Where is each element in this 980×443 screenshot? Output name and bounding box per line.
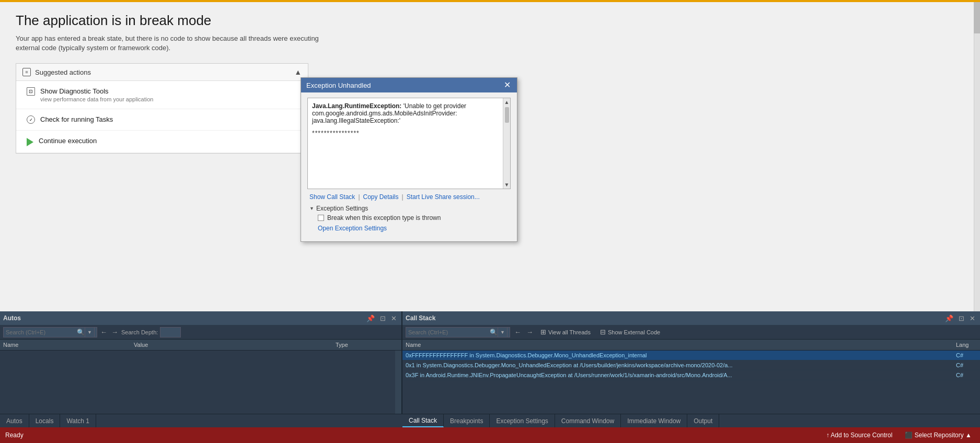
exception-dialog-header: Exception Unhandled ✕	[301, 78, 517, 92]
settings-triangle-icon: ▼	[309, 206, 314, 211]
action-label-diagnostic: Show Diagnostic Tools	[40, 87, 153, 95]
autos-panel-toolbar: 🔍 ▼ ← → Search Depth:	[0, 325, 401, 340]
call-stack-pin-button[interactable]: 📌	[943, 314, 955, 323]
exception-checkbox-label: Break when this exception type is thrown	[327, 214, 441, 222]
action-item-diagnostic-tools[interactable]: ⊡ Show Diagnostic Tools view performance…	[16, 81, 308, 109]
action-label-continue: Continue execution	[39, 137, 97, 145]
copy-details-link[interactable]: Copy Details	[363, 193, 399, 201]
exception-scrollbar[interactable]: ▲ ▼	[503, 98, 510, 189]
autos-depth-label: Search Depth:	[121, 329, 158, 335]
action-item-tasks[interactable]: ✓ Check for running Tasks	[16, 109, 308, 131]
call-stack-tab-bar: Call Stack Breakpoints Exception Setting…	[402, 414, 980, 427]
tab-watch1[interactable]: Watch 1	[60, 414, 96, 427]
collapse-suggested-actions-button[interactable]: ▲	[294, 68, 302, 76]
suggested-actions-icon: ≡	[22, 68, 31, 76]
call-stack-content: 0xFFFFFFFFFFFFFFFF in System.Diagnostics…	[402, 351, 980, 414]
view-all-threads-button[interactable]: ⊞ View all Threads	[537, 327, 594, 337]
status-right-items: ↑ Add to Source Control ⬛ Select Reposit…	[823, 430, 975, 440]
autos-search-box[interactable]: 🔍 ▼	[3, 327, 97, 337]
autos-col-name: Name	[3, 341, 134, 349]
main-scrollbar[interactable]	[974, 2, 980, 323]
action-text-diagnostic: Show Diagnostic Tools view performance d…	[40, 87, 153, 102]
exception-dialog: Exception Unhandled ✕ Java.Lang.RuntimeE…	[301, 77, 517, 242]
top-border	[0, 0, 980, 2]
tab-autos[interactable]: Autos	[0, 414, 29, 427]
call-stack-search-dropdown[interactable]: ▼	[498, 327, 508, 337]
tab-locals[interactable]: Locals	[29, 414, 61, 427]
show-call-stack-link[interactable]: Show Call Stack	[309, 193, 355, 201]
cs-tab-output[interactable]: Output	[687, 414, 719, 427]
action-text-continue: Continue execution	[39, 137, 97, 145]
scrollbar-thumb[interactable]	[974, 2, 980, 33]
cs-row-lang-0: C#	[956, 352, 977, 358]
exception-stars: ****************	[312, 130, 498, 137]
start-live-share-link[interactable]: Start Live Share session...	[407, 193, 480, 201]
exception-dialog-title: Exception Unhandled	[306, 81, 371, 89]
call-stack-toolbar: 🔍 ▼ ← → ⊞ View all Threads ⊟ Show Extern…	[402, 325, 980, 340]
call-stack-search-box[interactable]: 🔍 ▼	[406, 327, 510, 337]
autos-nav-back[interactable]: ←	[99, 328, 108, 336]
cs-tab-immediate-window[interactable]: Immediate Window	[621, 414, 687, 427]
exception-checkbox[interactable]	[318, 215, 324, 221]
call-stack-row-0[interactable]: 0xFFFFFFFFFFFFFFFF in System.Diagnostics…	[402, 351, 980, 360]
show-external-code-label: Show External Code	[608, 329, 660, 335]
call-stack-row-2[interactable]: 0x3F in Android.Runtime.JNIEnv.Propagate…	[402, 370, 980, 380]
autos-search-button[interactable]: 🔍	[77, 329, 85, 336]
task-icon: ✓	[27, 115, 35, 124]
show-external-code-button[interactable]: ⊟ Show External Code	[597, 327, 663, 337]
exception-settings-label: Exception Settings	[316, 205, 368, 212]
add-to-source-control-button[interactable]: ↑ Add to Source Control	[823, 430, 896, 440]
exception-text-area[interactable]: Java.Lang.RuntimeException: 'Unable to g…	[307, 98, 511, 189]
autos-col-type: Type	[336, 341, 398, 349]
call-stack-search-button[interactable]: 🔍	[490, 329, 498, 336]
call-stack-panel-header: Call Stack 📌 ⊡ ✕	[402, 311, 980, 325]
suggested-actions-header: ≡ Suggested actions ▲	[16, 64, 308, 81]
call-stack-nav-back[interactable]: ←	[513, 328, 522, 336]
autos-search-input[interactable]	[6, 329, 77, 335]
status-ready: Ready	[5, 432, 24, 439]
open-exception-settings-link[interactable]: Open Exception Settings	[309, 225, 509, 232]
exception-title-text: Java.Lang.RuntimeException:	[312, 102, 401, 110]
exception-dialog-close-button[interactable]: ✕	[503, 81, 512, 89]
cs-tab-breakpoints[interactable]: Breakpoints	[444, 414, 490, 427]
autos-search-dropdown[interactable]: ▼	[85, 327, 95, 337]
action-item-continue[interactable]: Continue execution	[16, 131, 308, 153]
scroll-arrow-up[interactable]: ▲	[503, 98, 511, 106]
scroll-thumb[interactable]	[505, 107, 509, 123]
exception-checkbox-row[interactable]: Break when this exception type is thrown	[309, 212, 509, 224]
call-stack-float-button[interactable]: ⊡	[957, 314, 966, 323]
autos-pin-button[interactable]: 📌	[365, 314, 376, 323]
call-stack-row-1[interactable]: 0x1 in System.Diagnostics.Debugger.Mono_…	[402, 360, 980, 370]
exception-settings-section: ▼ Exception Settings Break when this exc…	[307, 203, 511, 236]
dialog-links: Show Call Stack | Copy Details | Start L…	[307, 189, 511, 203]
call-stack-close-button[interactable]: ✕	[968, 314, 977, 323]
cs-tab-exception-settings[interactable]: Exception Settings	[490, 414, 555, 427]
call-stack-search-input[interactable]	[408, 329, 490, 335]
call-stack-panel-title: Call Stack	[406, 314, 435, 322]
call-stack-nav-forward[interactable]: →	[525, 328, 534, 336]
autos-col-value: Value	[134, 341, 336, 349]
autos-panel-controls: 📌 ⊡ ✕	[365, 314, 398, 323]
cs-col-name: Name	[406, 341, 956, 349]
autos-scrollbar[interactable]	[395, 351, 401, 414]
autos-tab-bar: Autos Locals Watch 1	[0, 414, 402, 427]
action-text-tasks: Check for running Tasks	[40, 115, 113, 123]
scroll-arrow-down[interactable]: ▼	[503, 181, 511, 189]
page-subtitle: Your app has entered a break state, but …	[16, 34, 329, 53]
external-code-icon: ⊟	[600, 328, 606, 336]
call-stack-columns: Name Lang	[402, 340, 980, 351]
call-stack-panel-controls: 📌 ⊡ ✕	[943, 314, 977, 323]
threads-icon: ⊞	[540, 328, 546, 336]
exception-dialog-body: Java.Lang.RuntimeException: 'Unable to g…	[301, 92, 517, 241]
select-repository-button[interactable]: ⬛ Select Repository ▲	[902, 430, 975, 440]
cs-row-lang-1: C#	[956, 362, 977, 368]
exception-settings-header[interactable]: ▼ Exception Settings	[309, 205, 509, 212]
cs-tab-call-stack[interactable]: Call Stack	[402, 414, 444, 427]
action-desc-diagnostic: view performance data from your applicat…	[40, 96, 153, 102]
autos-panel-header: Autos 📌 ⊡ ✕	[0, 311, 401, 325]
autos-float-button[interactable]: ⊡	[378, 314, 387, 323]
autos-nav-forward[interactable]: →	[110, 328, 119, 336]
autos-depth-input[interactable]	[160, 327, 181, 337]
cs-tab-command-window[interactable]: Command Window	[555, 414, 621, 427]
autos-close-button[interactable]: ✕	[389, 314, 398, 323]
